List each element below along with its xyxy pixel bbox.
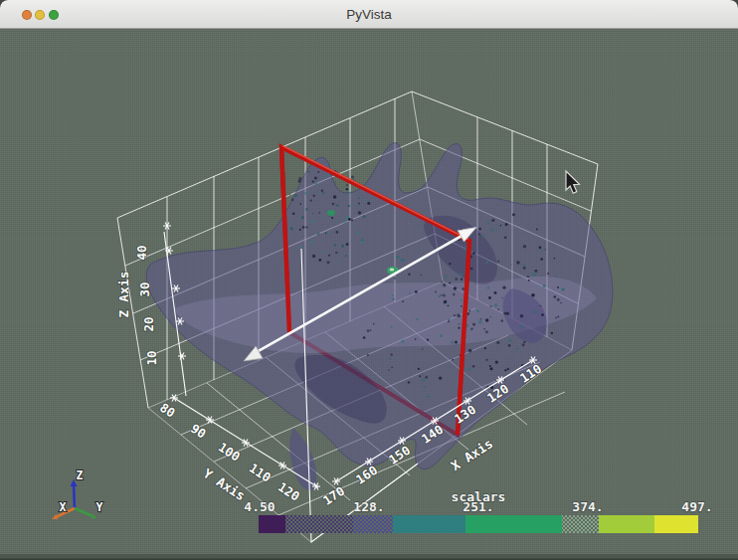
z-axis-title: Z Axis	[116, 272, 131, 318]
scalar-bar-colormap	[259, 515, 698, 533]
svg-text:30: 30	[137, 281, 152, 296]
svg-text:374.: 374.	[572, 499, 603, 514]
svg-text:497.: 497.	[681, 499, 712, 514]
scalarbar-segment-checker	[562, 515, 599, 533]
svg-text:4.50: 4.50	[244, 499, 275, 514]
scalarbar-segment-checker	[353, 515, 393, 533]
scalarbar-segment	[465, 515, 562, 533]
window-bottom-strip	[0, 554, 738, 560]
z-axis-triad-label: Z	[77, 468, 84, 482]
y-axis-triad-label: Y	[96, 500, 103, 514]
svg-text:10: 10	[144, 350, 159, 365]
scalarbar-segment-checker	[285, 515, 353, 533]
scalarbar-segment	[259, 515, 285, 533]
x-axis-triad-label: X	[60, 500, 67, 514]
scalarbar-segment	[654, 515, 698, 533]
svg-text:251.: 251.	[462, 499, 493, 514]
render-viewport[interactable]: 40 30 20 10 Z Axis 80 90 100 110 120 Y A…	[0, 29, 738, 560]
pyvista-window: PyVista	[0, 0, 738, 560]
svg-text:20: 20	[141, 316, 156, 331]
svg-text:40: 40	[134, 245, 149, 260]
window-title: PyVista	[0, 0, 738, 29]
svg-text:128.: 128.	[353, 499, 384, 514]
window-titlebar[interactable]: PyVista	[0, 0, 738, 29]
scalarbar-segment	[599, 515, 654, 533]
scalarbar-segment	[393, 515, 465, 533]
